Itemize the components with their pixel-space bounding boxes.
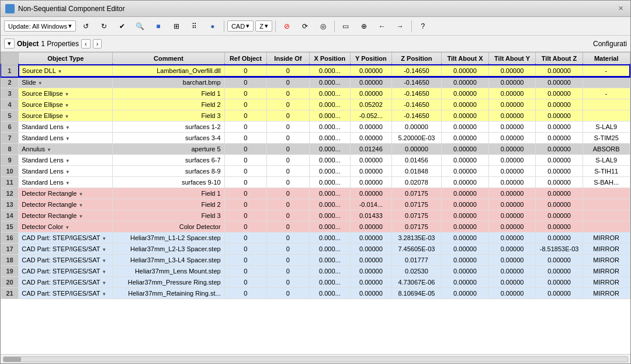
cell-ypos[interactable]: -0.052... — [351, 110, 391, 122]
type-dropdown-arrow[interactable]: ▼ — [102, 292, 106, 297]
cell-type[interactable]: Slide ▼ — [19, 77, 113, 88]
cell-tilty[interactable]: 0.00000 — [488, 188, 536, 199]
cell-tiltx[interactable]: 0.00000 — [442, 244, 489, 255]
cell-material[interactable]: MIRROR — [583, 244, 630, 255]
cell-tiltz[interactable]: 0.00000 — [536, 288, 583, 299]
cell-ypos[interactable]: 0.00000 — [351, 244, 391, 255]
cell-tiltx[interactable]: 0.00000 — [442, 266, 489, 277]
type-dropdown-arrow[interactable]: ▼ — [78, 203, 83, 208]
cell-inside[interactable]: 0 — [267, 277, 310, 288]
cell-tilty[interactable]: 0.00000 — [488, 266, 536, 277]
close-button[interactable]: ✕ — [616, 5, 626, 12]
cell-tilty[interactable]: 0.00000 — [488, 277, 536, 288]
table-row[interactable]: 1Source DLL ▼Lambertian_Overfill.dll000.… — [1, 65, 630, 77]
cell-inside[interactable]: 0 — [267, 210, 310, 221]
col-header-tiltx[interactable]: Tilt About X — [442, 53, 489, 65]
cell-ypos[interactable]: 0.00000 — [351, 277, 391, 288]
cell-tiltx[interactable]: 0.00000 — [442, 277, 489, 288]
cell-ypos[interactable]: -0.014... — [351, 199, 391, 210]
cell-tiltz[interactable]: 0.00000 — [536, 99, 583, 110]
cell-ypos[interactable]: 0.00000 — [351, 166, 391, 177]
scroll-thumb[interactable] — [4, 357, 21, 362]
cell-inside[interactable]: 0 — [267, 177, 310, 188]
cell-inside[interactable]: 0 — [267, 221, 310, 233]
cell-tilty[interactable]: 0.00000 — [488, 221, 536, 233]
cell-inside[interactable]: 0 — [267, 288, 310, 299]
table-row[interactable]: 8Annulus ▼aperture 5000.000...0.012460.0… — [1, 144, 630, 155]
cell-tilty[interactable]: 0.00000 — [488, 288, 536, 299]
scroll-track[interactable] — [3, 356, 628, 362]
cell-tiltz[interactable]: 0.00000 — [536, 166, 583, 177]
cell-material[interactable] — [583, 188, 630, 199]
cell-xpos[interactable]: 0.000... — [309, 188, 350, 199]
col-header-xpos[interactable]: X Position — [309, 53, 350, 65]
cell-ref[interactable]: 0 — [224, 188, 267, 199]
update-dropdown[interactable]: Update: All Windows ▾ — [4, 20, 76, 32]
cell-tilty[interactable]: 0.00000 — [488, 177, 536, 188]
cell-type[interactable]: Source DLL ▼ — [19, 65, 113, 77]
cell-material[interactable] — [583, 99, 630, 110]
cell-ypos[interactable]: 0.00000 — [351, 255, 391, 266]
cell-tiltz[interactable]: 0.00000 — [536, 188, 583, 199]
cell-inside[interactable]: 0 — [267, 155, 310, 166]
cell-xpos[interactable]: 0.000... — [309, 288, 350, 299]
cell-tilty[interactable]: 0.00000 — [488, 110, 536, 122]
cell-ypos[interactable]: 0.00000 — [351, 188, 391, 199]
type-dropdown-arrow[interactable]: ▼ — [65, 158, 70, 164]
cell-material[interactable]: MIRROR — [583, 277, 630, 288]
cell-tilty[interactable]: 0.00000 — [488, 166, 536, 177]
cell-material[interactable]: - — [583, 65, 630, 77]
cell-tiltz[interactable]: 0.00000 — [536, 110, 583, 122]
cell-xpos[interactable]: 0.000... — [309, 122, 350, 133]
cell-ref[interactable]: 0 — [224, 210, 267, 221]
cell-xpos[interactable]: 0.000... — [309, 110, 350, 122]
table-row[interactable]: 3Source Ellipse ▼Field 1000.000...0.0000… — [1, 88, 630, 99]
toolbar-btn-rotate-cw[interactable]: ↻ — [96, 19, 112, 33]
type-dropdown-arrow[interactable]: ▼ — [65, 92, 70, 97]
cell-tiltx[interactable]: 0.00000 — [442, 233, 489, 244]
cell-material[interactable] — [583, 210, 630, 221]
cell-type[interactable]: Standard Lens ▼ — [19, 133, 113, 144]
table-row[interactable]: 14Detector Rectangle ▼Field 3000.000...0… — [1, 210, 630, 221]
cell-tiltz[interactable]: 0.00000 — [536, 65, 583, 77]
cell-ref[interactable]: 0 — [224, 288, 267, 299]
cell-type[interactable]: Standard Lens ▼ — [19, 166, 113, 177]
cell-tiltz[interactable]: 0.00000 — [536, 199, 583, 210]
cell-xpos[interactable]: 0.000... — [309, 88, 350, 99]
cell-zpos[interactable]: -0.14650 — [391, 99, 442, 110]
cell-tiltz[interactable]: 0.00000 — [536, 255, 583, 266]
cell-zpos[interactable]: -0.14650 — [391, 65, 442, 77]
cell-tiltz[interactable]: 0.00000 — [536, 155, 583, 166]
toolbar-btn-check[interactable]: ✔ — [114, 19, 130, 33]
cell-material[interactable]: S-TIM25 — [583, 133, 630, 144]
cell-tiltx[interactable]: 0.00000 — [442, 188, 489, 199]
cell-ref[interactable]: 0 — [224, 77, 267, 88]
cell-tilty[interactable]: 0.00000 — [488, 88, 536, 99]
cell-tiltx[interactable]: 0.00000 — [442, 210, 489, 221]
table-row[interactable]: 9Standard Lens ▼surfaces 6-7000.000...0.… — [1, 155, 630, 166]
cell-zpos[interactable]: 4.73067E-06 — [391, 277, 442, 288]
cell-zpos[interactable]: 0.02078 — [391, 177, 442, 188]
cell-type[interactable]: CAD Part: STEP/IGES/SAT ▼ — [19, 244, 113, 255]
col-header-ref[interactable]: Ref Object — [224, 53, 267, 65]
cell-xpos[interactable]: 0.000... — [309, 177, 350, 188]
table-row[interactable]: 20CAD Part: STEP/IGES/SAT ▼Heliar37mm_Pr… — [1, 277, 630, 288]
cell-ref[interactable]: 0 — [224, 110, 267, 122]
cell-xpos[interactable]: 0.000... — [309, 77, 350, 88]
bottom-scrollbar[interactable] — [1, 354, 630, 363]
cell-zpos[interactable]: 0.00000 — [391, 144, 442, 155]
cell-tiltx[interactable]: 0.00000 — [442, 65, 489, 77]
cell-ref[interactable]: 0 — [224, 277, 267, 288]
cell-type[interactable]: Standard Lens ▼ — [19, 122, 113, 133]
cell-inside[interactable]: 0 — [267, 88, 310, 99]
cell-material[interactable]: MIRROR — [583, 266, 630, 277]
cell-material[interactable]: MIRROR — [583, 255, 630, 266]
cell-type[interactable]: Detector Rectangle ▼ — [19, 210, 113, 221]
cell-tiltz[interactable]: 0.00000 — [536, 177, 583, 188]
cell-ypos[interactable]: 0.01246 — [351, 144, 391, 155]
cell-ypos[interactable]: 0.00000 — [351, 288, 391, 299]
cell-ref[interactable]: 0 — [224, 221, 267, 233]
cell-ref[interactable]: 0 — [224, 122, 267, 133]
cell-tiltz[interactable]: 0.00000 — [536, 221, 583, 233]
table-container[interactable]: Object Type Comment Ref Object Inside Of… — [1, 52, 630, 354]
